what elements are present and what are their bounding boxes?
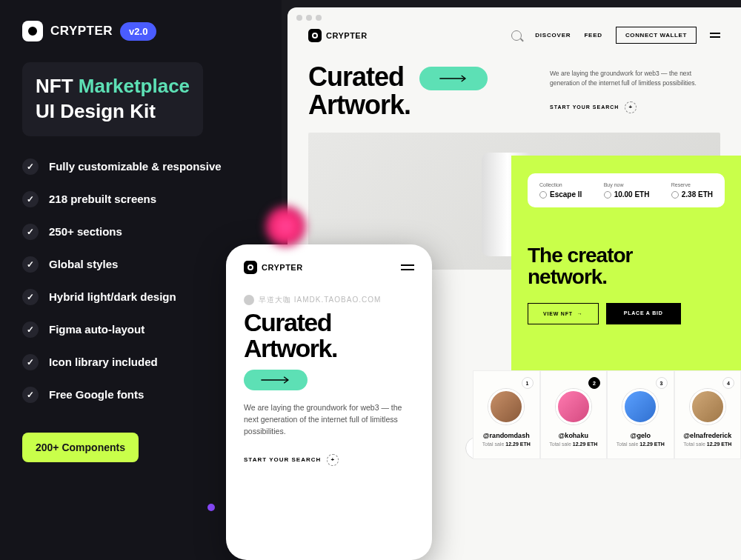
version-badge: v2.0: [120, 22, 156, 41]
start-search-link[interactable]: START YOUR SEARCH +: [550, 101, 720, 113]
tagline-uikit: UI Design Kit: [36, 99, 190, 124]
menu-icon[interactable]: [710, 33, 720, 38]
feature-list: Fully customizable & responsive 218 preb…: [22, 159, 259, 403]
view-nft-button[interactable]: VIEW NFT→: [528, 303, 599, 324]
creator-sale: Total sale 12.29 ETH: [682, 441, 734, 447]
desktop-nav: CRYPTER DISCOVER FEED CONNECT WALLET: [288, 7, 741, 57]
mobile-hero-title: Curated Artwork.: [244, 310, 414, 361]
creator-sale: Total sale 12.29 ETH: [615, 441, 666, 447]
mobile-preview: CRYPTER 早道大咖 IAMDK.TAOBAO.COM Curated Ar…: [226, 244, 432, 560]
nft-info-card: Collection Escape II Buy now 10.00 ETH R…: [528, 173, 725, 207]
feature-item: 250+ sections: [22, 224, 259, 240]
feature-item: Free Google fonts: [22, 387, 259, 403]
feature-item: Global styles: [22, 256, 259, 273]
check-icon: [22, 224, 39, 240]
info-reserve: Reserve 2.38 ETH: [671, 182, 713, 199]
hero-title: Curated Artwork.: [308, 63, 528, 119]
check-icon: [22, 191, 39, 207]
creator-card[interactable]: 1 @randomdash Total sale 12.29 ETH: [473, 370, 540, 459]
arrow-pill-icon[interactable]: [419, 67, 488, 90]
rank-badge: 3: [656, 377, 668, 389]
avatar: [556, 389, 591, 424]
crypter-logo-icon: [244, 261, 257, 274]
search-icon[interactable]: [511, 30, 522, 41]
feature-item: 218 prebuilt screens: [22, 191, 259, 207]
creator-name: @elnafrederick: [682, 432, 734, 439]
info-collection: Collection Escape II: [539, 182, 582, 199]
check-icon: [22, 321, 39, 338]
check-icon: [22, 159, 39, 175]
hero-section: Curated Artwork. We are laying the groun…: [288, 57, 741, 133]
creator-sale: Total sale 12.29 ETH: [481, 441, 532, 447]
check-icon: [22, 256, 39, 273]
watermark-icon: [244, 295, 254, 305]
feature-item: Hybrid light/dark design: [22, 289, 259, 305]
creator-card[interactable]: 4 @elnafrederick Total sale 12.29 ETH: [674, 370, 742, 459]
nav-feed[interactable]: FEED: [584, 32, 602, 39]
crypter-logo-icon: [308, 29, 322, 42]
creator-name: @randomdash: [481, 432, 532, 439]
plus-circle-icon: +: [625, 101, 637, 113]
connect-wallet-button[interactable]: CONNECT WALLET: [616, 27, 697, 44]
tagline-nft: NFT: [36, 75, 73, 97]
creators-grid: 1 @randomdash Total sale 12.29 ETH 2 @ko…: [473, 370, 741, 459]
window-controls: [296, 15, 322, 21]
mobile-nav: CRYPTER: [244, 261, 414, 274]
rank-badge: 1: [522, 377, 534, 389]
feature-item: Icon library included: [22, 354, 259, 370]
check-icon: [22, 289, 39, 305]
creator-card[interactable]: 3 @gelo Total sale 12.29 ETH: [607, 370, 674, 459]
feature-item: Figma auto-layout: [22, 321, 259, 338]
brand-row: CRYPTER v2.0: [22, 21, 259, 41]
creator-card[interactable]: 2 @kohaku Total sale 12.29 ETH: [540, 370, 608, 459]
arrow-pill-icon[interactable]: [244, 370, 308, 390]
check-icon: [22, 387, 39, 403]
creator-sale: Total sale 12.29 ETH: [548, 441, 599, 447]
avatar: [622, 389, 658, 424]
components-badge: 200+ Components: [22, 433, 139, 462]
nav-brand[interactable]: CRYPTER: [308, 29, 368, 42]
avatar: [488, 389, 524, 424]
nav-brand[interactable]: CRYPTER: [244, 261, 303, 274]
tagline: NFT Marketplace UI Design Kit: [22, 62, 203, 136]
decorative-dot: [207, 504, 215, 511]
rank-badge: 4: [722, 377, 734, 389]
creator-heading: The creator network.: [528, 244, 725, 288]
mobile-hero-subtitle: We are laying the groundwork for web3 — …: [244, 402, 414, 437]
arrow-right-icon: →: [577, 311, 583, 316]
watermark: 早道大咖 IAMDK.TAOBAO.COM: [244, 295, 414, 305]
feature-item: Fully customizable & responsive: [22, 159, 259, 175]
hero-subtitle: We are laying the groundwork for web3 — …: [550, 69, 720, 88]
info-buynow: Buy now 10.00 ETH: [604, 182, 650, 199]
check-icon: [22, 354, 39, 370]
brand-name: CRYPTER: [50, 24, 113, 39]
place-bid-button[interactable]: PLACE A BID: [606, 303, 681, 324]
menu-icon[interactable]: [401, 264, 414, 270]
avatar: [690, 389, 725, 424]
decorative-orb: [265, 206, 306, 247]
creator-network-panel: Collection Escape II Buy now 10.00 ETH R…: [511, 156, 741, 370]
start-search-link[interactable]: START YOUR SEARCH +: [244, 454, 414, 466]
creator-name: @kohaku: [548, 432, 599, 439]
crypter-logo-icon: [22, 21, 43, 41]
rank-badge: 2: [588, 377, 600, 389]
nav-discover[interactable]: DISCOVER: [535, 32, 571, 39]
tagline-marketplace: Marketplace: [79, 75, 190, 97]
creator-name: @gelo: [615, 432, 666, 439]
plus-circle-icon: +: [327, 454, 339, 466]
